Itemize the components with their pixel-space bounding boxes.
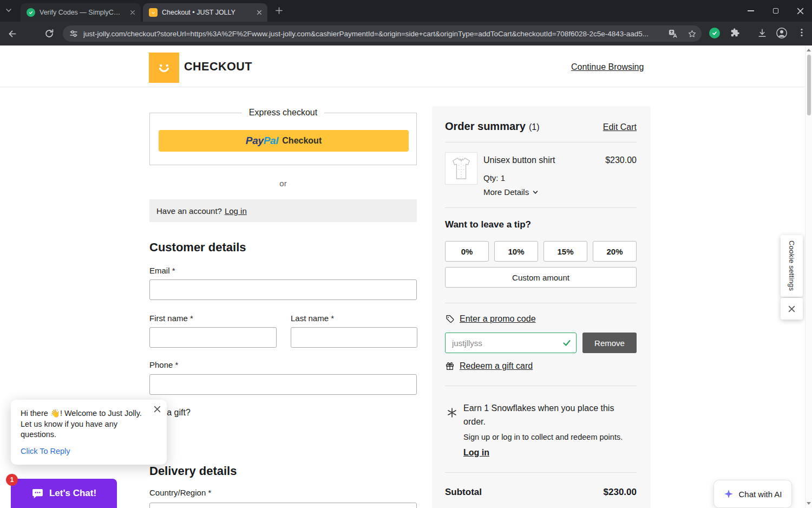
chevron-down-icon	[532, 189, 539, 196]
cookie-settings-widget: Cookie settings	[781, 235, 803, 320]
cookie-settings-close-button[interactable]	[781, 298, 803, 320]
tip-options-row: 0% 10% 15% 20%	[445, 241, 637, 262]
express-checkout-box: Express checkout PayPal Checkout	[149, 113, 417, 165]
chevron-down-icon[interactable]	[5, 6, 12, 14]
page-scrollbar[interactable]	[805, 45, 812, 508]
cookie-settings-tab[interactable]: Cookie settings	[781, 235, 803, 297]
gift-card-link[interactable]: Redeem a gift card	[445, 361, 533, 371]
cookie-settings-label: Cookie settings	[788, 240, 796, 291]
tip-0-button[interactable]: 0%	[445, 241, 489, 262]
promo-code-box	[445, 333, 577, 353]
chat-bubble-icon	[31, 487, 44, 500]
country-label: Country/Region *	[149, 488, 211, 497]
last-name-label: Last name *	[291, 314, 334, 323]
promo-code-label: Enter a promo code	[460, 314, 536, 324]
divider	[445, 386, 637, 386]
order-summary-count: (1)	[529, 122, 540, 132]
last-name-field[interactable]	[291, 327, 417, 348]
profile-avatar-icon[interactable]	[776, 27, 788, 39]
lets-chat-label: Let's Chat!	[49, 488, 96, 499]
chat-popup-close-icon[interactable]	[154, 406, 161, 413]
scroll-down-arrow-icon[interactable]	[806, 499, 812, 507]
order-summary-panel: Order summary (1) Edit Cart Unisex butto…	[432, 106, 651, 508]
window-close-button[interactable]	[792, 0, 808, 22]
login-link[interactable]: Log in	[225, 206, 247, 216]
tip-heading: Want to leave a tip?	[445, 219, 531, 230]
just-jolly-logo	[149, 53, 179, 83]
browser-menu-kebab-icon[interactable]	[797, 28, 807, 37]
lets-chat-button[interactable]: Let's Chat!	[11, 479, 117, 508]
phone-label: Phone *	[149, 360, 178, 369]
translate-icon[interactable]	[669, 29, 678, 38]
remove-promo-button[interactable]: Remove	[582, 333, 637, 353]
window-minimize-button[interactable]	[743, 0, 759, 22]
tab-title: Verify Codes — SimplyCodes	[40, 9, 123, 16]
scroll-up-arrow-icon[interactable]	[806, 46, 812, 54]
tab-strip: Verify Codes — SimplyCodes Checkout • JU…	[0, 0, 812, 22]
email-field[interactable]	[149, 279, 417, 300]
country-field[interactable]	[149, 503, 417, 508]
url-text[interactable]: just-jolly.com/checkout?storeUrl=https%3…	[83, 30, 664, 38]
header-divider	[0, 87, 812, 87]
tip-15-button[interactable]: 15%	[543, 241, 587, 262]
express-checkout-legend: Express checkout	[242, 108, 324, 118]
chat-unread-badge: 1	[6, 474, 18, 486]
click-to-reply-link[interactable]: Click To Reply	[21, 447, 70, 455]
downloads-icon[interactable]	[757, 28, 768, 38]
snowflake-icon	[447, 407, 457, 418]
product-price: $230.00	[605, 155, 637, 165]
gift-icon	[445, 361, 455, 371]
tab-close-icon[interactable]	[254, 8, 264, 17]
chat-with-ai-button[interactable]: Chat with AI	[713, 480, 792, 508]
edit-cart-link[interactable]: Edit Cart	[603, 122, 637, 132]
scrollbar-thumb[interactable]	[807, 55, 811, 115]
divider	[445, 303, 637, 303]
chat-with-ai-label: Chat with AI	[738, 490, 782, 499]
browser-toolbar: just-jolly.com/checkout?storeUrl=https%3…	[0, 22, 812, 45]
rewards-earn-text: Earn 1 Snowflakes when you place this or…	[463, 401, 626, 428]
chat-greeting-text: Hi there 👋! Welcome to Just Jolly. Let u…	[21, 408, 149, 440]
or-divider-text: or	[149, 179, 417, 188]
simplycodes-extension-icon[interactable]	[709, 28, 720, 38]
tab-checkout-active[interactable]: Checkout • JUST JOLLY	[143, 3, 267, 22]
tip-10-button[interactable]: 10%	[494, 241, 538, 262]
product-quantity: Qty: 1	[483, 173, 505, 183]
window-maximize-button[interactable]	[768, 0, 784, 22]
promo-code-input[interactable]	[446, 333, 576, 353]
divider	[445, 207, 637, 208]
tip-20-button[interactable]: 20%	[593, 241, 637, 262]
close-icon	[788, 305, 795, 312]
gift-card-label: Redeem a gift card	[460, 361, 533, 371]
simplycodes-favicon-icon	[27, 8, 35, 17]
divider	[445, 472, 637, 473]
first-name-field[interactable]	[149, 327, 277, 348]
just-jolly-favicon-icon	[149, 8, 158, 17]
paypal-checkout-button[interactable]: PayPal Checkout	[159, 130, 409, 152]
rewards-signup-text: Sign up or log in to collect and redeem …	[463, 433, 642, 441]
email-label: Email *	[149, 266, 175, 275]
rewards-login-link[interactable]: Log in	[463, 448, 489, 458]
customer-details-heading: Customer details	[149, 240, 246, 255]
chat-greeting-popup: Hi there 👋! Welcome to Just Jolly. Let u…	[11, 400, 167, 465]
checkout-page: CHECKOUT Continue Browsing Express check…	[0, 45, 812, 508]
subtotal-row: Subtotal $230.00	[445, 487, 637, 498]
site-settings-icon[interactable]	[69, 29, 78, 38]
address-bar[interactable]: just-jolly.com/checkout?storeUrl=https%3…	[63, 25, 702, 42]
new-tab-button[interactable]	[275, 6, 283, 15]
custom-amount-button[interactable]: Custom amount	[445, 267, 637, 288]
reload-button[interactable]	[42, 26, 57, 41]
phone-field[interactable]	[149, 374, 417, 395]
promo-code-link[interactable]: Enter a promo code	[445, 314, 536, 324]
more-details-toggle[interactable]: More Details	[483, 187, 539, 197]
subtotal-label: Subtotal	[445, 487, 482, 498]
product-image	[445, 152, 477, 185]
tab-close-icon[interactable]	[128, 8, 137, 17]
extensions-puzzle-icon[interactable]	[730, 28, 740, 38]
page-title: CHECKOUT	[184, 60, 252, 74]
tab-simplycodes[interactable]: Verify Codes — SimplyCodes	[21, 3, 141, 22]
continue-browsing-link[interactable]: Continue Browsing	[571, 62, 644, 72]
back-button[interactable]	[4, 26, 19, 41]
bookmark-star-icon[interactable]	[687, 29, 697, 38]
promo-valid-check-icon	[562, 338, 572, 348]
first-name-label: First name *	[149, 314, 193, 323]
